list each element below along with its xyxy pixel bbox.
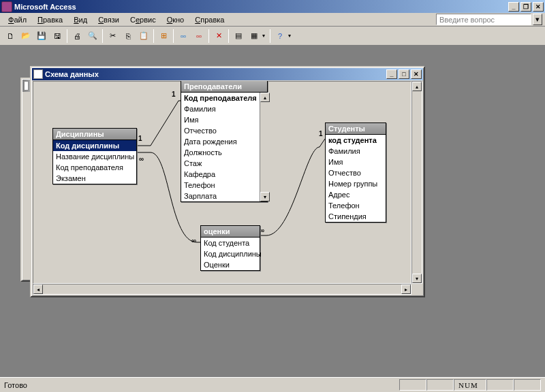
toolbar-separator bbox=[67, 29, 67, 43]
child-minimize-button[interactable]: _ bbox=[386, 69, 397, 79]
scroll-up-button[interactable]: ▴ bbox=[260, 93, 270, 102]
help-dropdown[interactable]: ▾ bbox=[288, 33, 294, 39]
cut-button[interactable]: ✂ bbox=[105, 29, 120, 44]
field-otchestvo[interactable]: Отчество bbox=[181, 125, 260, 136]
menubar: Файл Правка Вид Связи Сервис Окно Справк… bbox=[0, 13, 545, 27]
table-teachers[interactable]: Преподаватели Код преподавателя Фамилия … bbox=[181, 81, 268, 202]
field-ekzamen[interactable]: Экзамен bbox=[53, 173, 136, 184]
field-telefon[interactable]: Телефон bbox=[181, 180, 260, 191]
toolbar-separator bbox=[173, 29, 174, 43]
schema-vscrollbar[interactable]: ▴ ▾ bbox=[411, 81, 422, 284]
toolbar-separator bbox=[153, 29, 154, 43]
relations-icon bbox=[33, 69, 43, 79]
status-ready: Готово bbox=[4, 381, 399, 389]
field-familiya[interactable]: Фамилия bbox=[326, 146, 386, 157]
workspace: Схема данных _ □ ✕ 1 ∞ 1 ∞ ∞ 1 bbox=[0, 46, 545, 377]
paste-button[interactable]: 📋 bbox=[136, 29, 151, 44]
menu-file[interactable]: Файл bbox=[3, 14, 32, 25]
field-kod-prepodavatelya[interactable]: Код преподавателя bbox=[53, 162, 136, 173]
toolbar-separator bbox=[270, 29, 270, 43]
table-disciplines[interactable]: Дисциплины Код дисциплины Название дисци… bbox=[52, 128, 137, 184]
table-grades-header[interactable]: оценки bbox=[201, 226, 260, 238]
scroll-down-button[interactable]: ▾ bbox=[260, 192, 270, 201]
field-adres[interactable]: Адрес bbox=[326, 189, 386, 200]
status-num: NUM bbox=[454, 379, 486, 391]
open-button[interactable]: 📂 bbox=[18, 29, 33, 44]
field-imya[interactable]: Имя bbox=[181, 114, 260, 125]
new-object-button[interactable]: ▦ bbox=[247, 29, 262, 44]
scroll-right-button[interactable]: ▸ bbox=[401, 284, 411, 294]
new-button[interactable]: 🗋 bbox=[3, 29, 18, 44]
field-kod-discipliny[interactable]: Код дисциплины bbox=[53, 140, 136, 151]
db-window-button[interactable]: ▤ bbox=[231, 29, 246, 44]
menu-relations[interactable]: Связи bbox=[93, 14, 125, 25]
field-kod-studenta[interactable]: Код студента bbox=[201, 238, 260, 248]
delete-button[interactable]: ✕ bbox=[211, 29, 226, 44]
table-students[interactable]: Студенты код студента Фамилия Имя Отчест… bbox=[325, 122, 386, 223]
field-otsenki[interactable]: Оценки bbox=[201, 259, 260, 270]
menu-help[interactable]: Справка bbox=[189, 14, 230, 25]
field-imya[interactable]: Имя bbox=[326, 157, 386, 167]
field-kod-discipliny[interactable]: Код дисциплины bbox=[201, 248, 260, 259]
field-kod-prepodavatelya[interactable]: Код преподавателя bbox=[181, 93, 260, 103]
rel-many-label: ∞ bbox=[191, 237, 196, 244]
toolbar-separator bbox=[228, 29, 229, 43]
schema-window[interactable]: Схема данных _ □ ✕ 1 ∞ 1 ∞ ∞ 1 bbox=[30, 66, 425, 297]
field-nazvanie-discipliny[interactable]: Название дисциплины bbox=[53, 151, 136, 162]
field-stazh[interactable]: Стаж bbox=[181, 158, 260, 169]
save-button[interactable]: 💾 bbox=[34, 29, 49, 44]
schema-titlebar[interactable]: Схема данных _ □ ✕ bbox=[32, 68, 423, 80]
field-telefon[interactable]: Телефон bbox=[326, 200, 386, 211]
menu-view[interactable]: Вид bbox=[68, 14, 93, 25]
field-data-rozhdeniya[interactable]: Дата рождения bbox=[181, 136, 260, 147]
menu-service[interactable]: Сервис bbox=[125, 14, 161, 25]
field-zarplata[interactable]: Зарплата bbox=[181, 191, 260, 201]
schema-title: Схема данных bbox=[45, 70, 386, 78]
table-teachers-header[interactable]: Преподаватели bbox=[181, 81, 267, 93]
child-maximize-button[interactable]: □ bbox=[399, 69, 409, 79]
table-disciplines-header[interactable]: Дисциплины bbox=[53, 129, 136, 140]
field-familiya[interactable]: Фамилия bbox=[181, 103, 260, 114]
field-otchestvo[interactable]: Отчество bbox=[326, 167, 386, 178]
menu-window[interactable]: Окно bbox=[161, 14, 190, 25]
scroll-down-button[interactable]: ▾ bbox=[412, 274, 422, 283]
field-stipendiya[interactable]: Стипендия bbox=[326, 211, 386, 222]
close-button[interactable]: ✕ bbox=[533, 2, 544, 12]
access-icon bbox=[1, 1, 12, 12]
field-nomer-gruppy[interactable]: Номер группы bbox=[326, 178, 386, 189]
show-direct-button[interactable]: ▫▫ bbox=[176, 29, 191, 44]
question-input[interactable]: Введите вопрос bbox=[436, 14, 531, 25]
field-kod-studenta[interactable]: код студента bbox=[326, 135, 386, 146]
field-dolzhnost[interactable]: Должность bbox=[181, 147, 260, 158]
scroll-up-button[interactable]: ▴ bbox=[412, 82, 422, 91]
restore-button[interactable]: ❐ bbox=[520, 2, 531, 12]
new-object-dropdown[interactable]: ▾ bbox=[262, 33, 268, 39]
schema-hscrollbar[interactable]: ◂ ▸ bbox=[33, 284, 411, 295]
field-kafedra[interactable]: Кафедра bbox=[181, 169, 260, 180]
copy-button[interactable]: ⎘ bbox=[121, 29, 136, 44]
rel-many-label: ∞ bbox=[260, 227, 264, 234]
table-teachers-scrollbar[interactable]: ▴ ▾ bbox=[260, 93, 270, 201]
toolbar-separator bbox=[208, 29, 209, 43]
table-grades[interactable]: оценки Код студента Код дисциплины Оценк… bbox=[200, 225, 260, 271]
rel-one-label: 1 bbox=[138, 135, 142, 142]
schema-canvas[interactable]: 1 ∞ 1 ∞ ∞ 1 Дисциплины Код дисциплины На… bbox=[33, 81, 411, 284]
table-students-header[interactable]: Студенты bbox=[326, 123, 386, 135]
rel-one-label: 1 bbox=[172, 91, 176, 98]
app-title: Microsoft Access bbox=[14, 3, 508, 11]
add-table-button[interactable]: ⊞ bbox=[156, 29, 171, 44]
minimize-button[interactable]: _ bbox=[508, 2, 519, 12]
help-button[interactable]: ? bbox=[272, 29, 287, 44]
toolbar: 🗋 📂 💾 🖫 🖨 🔍 ✂ ⎘ 📋 ⊞ ▫▫ ▫▫ ✕ ▤ ▦ ▾ ? ▾ bbox=[0, 27, 545, 46]
rel-one-label: 1 bbox=[319, 130, 323, 137]
app-titlebar: Microsoft Access _ ❐ ✕ bbox=[0, 0, 545, 13]
save-as-button[interactable]: 🖫 bbox=[50, 29, 65, 44]
menu-edit[interactable]: Правка bbox=[32, 14, 68, 25]
child-close-button[interactable]: ✕ bbox=[411, 69, 422, 79]
menu-file-label: айл bbox=[14, 16, 27, 24]
preview-button[interactable]: 🔍 bbox=[85, 29, 100, 44]
question-dropdown-button[interactable]: ▾ bbox=[533, 14, 542, 25]
show-all-button[interactable]: ▫▫ bbox=[191, 29, 206, 44]
scroll-left-button[interactable]: ◂ bbox=[33, 284, 43, 294]
print-button[interactable]: 🖨 bbox=[69, 29, 84, 44]
